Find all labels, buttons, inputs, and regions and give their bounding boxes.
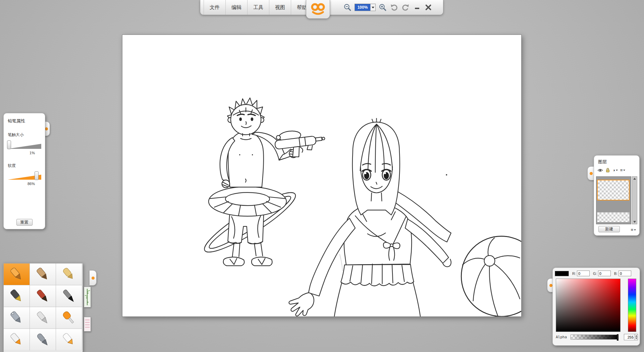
bamboo-texture-icon [84, 287, 91, 307]
minimize-button[interactable] [412, 3, 422, 12]
tool-quill-pen[interactable] [30, 329, 56, 351]
r-input[interactable] [577, 271, 590, 276]
color-panel: R: G: B: Alpha [552, 268, 640, 346]
zoom-in-button[interactable] [378, 3, 387, 12]
softness-slider[interactable] [8, 172, 41, 181]
undo-icon [390, 3, 398, 11]
zoom-level-value[interactable]: 100% [355, 4, 370, 11]
alpha-spinner[interactable] [634, 334, 638, 340]
softness-value: 86% [8, 182, 41, 186]
tool-paint-brush[interactable] [30, 285, 56, 307]
menu-file[interactable]: 文件 [204, 0, 225, 15]
current-color-swatch [555, 271, 569, 276]
marker-icon [8, 332, 26, 348]
tool-paint-roller[interactable] [56, 307, 82, 329]
undo-button[interactable] [389, 3, 399, 12]
b-input[interactable] [619, 271, 631, 276]
layer-list-menu-icon[interactable]: ≡ [620, 168, 626, 173]
layer-visibility-eye-icon[interactable] [597, 168, 603, 173]
g-label: G: [593, 272, 597, 276]
paper-texture-icon [84, 317, 91, 331]
brush-size-value: 1% [8, 151, 41, 155]
alpha-input[interactable] [624, 334, 634, 340]
layer-item-selected[interactable] [597, 180, 630, 200]
palette-knife-icon [34, 310, 52, 326]
paint-roller-icon [60, 310, 78, 326]
app-logo-tab[interactable] [306, 0, 330, 19]
ink-brush-icon [60, 288, 78, 304]
fountain-pen-icon [8, 288, 26, 304]
eraser-icon [60, 332, 78, 348]
brush-size-label: 笔触大小 [8, 132, 41, 138]
saturation-value-picker[interactable] [556, 279, 621, 332]
app-logo-icon [310, 2, 326, 16]
layer-lock-icon[interactable] [605, 168, 610, 173]
canvas-artwork [122, 35, 521, 316]
brush-size-slider[interactable] [8, 141, 41, 150]
tool-grid [4, 263, 83, 351]
panel-handle-icon [92, 277, 95, 280]
workspace: { "app": { "accent_color": "#f7941d", "z… [0, 0, 644, 352]
r-label: R: [572, 272, 576, 276]
zoom-level-combo[interactable]: 100% [355, 4, 376, 11]
alpha-handle[interactable] [617, 334, 619, 341]
menu-tools[interactable]: 工具 [247, 0, 269, 15]
layer-list [596, 176, 631, 224]
crayon-icon [60, 266, 78, 282]
panel-handle-icon [590, 172, 593, 175]
hue-strip[interactable] [628, 279, 636, 332]
zoom-in-icon [379, 3, 387, 11]
tool-crayon[interactable] [56, 263, 82, 285]
tool-pencil[interactable] [4, 263, 30, 285]
tool-airbrush[interactable] [4, 307, 30, 329]
layers-panel-title: 图层 [594, 159, 639, 165]
new-layer-button[interactable]: 新建 [598, 226, 620, 232]
pencil-properties-panel: 铅笔属性 笔触大小 1% 软度 86% 重置 [3, 113, 45, 229]
zoom-out-button[interactable] [343, 3, 352, 12]
brush-size-handle[interactable] [7, 140, 11, 149]
brush-size-track [8, 144, 41, 149]
tool-palette-knife[interactable] [30, 307, 56, 329]
airbrush-icon [8, 310, 26, 326]
pencil-icon [8, 266, 26, 282]
palette-collapse-tab[interactable] [89, 270, 97, 286]
quill-pen-icon [34, 332, 52, 348]
pencil-panel-title: 铅笔属性 [8, 118, 41, 124]
menu-edit[interactable]: 编辑 [225, 0, 247, 15]
panel-handle-icon [549, 284, 552, 287]
tool-ink-brush[interactable] [56, 285, 82, 307]
tool-eraser[interactable] [56, 329, 82, 351]
drawing-canvas[interactable] [122, 35, 522, 317]
softness-label: 软度 [8, 163, 41, 169]
redo-button[interactable] [401, 3, 410, 12]
layer-blend-mode-icon[interactable]: ◑ [612, 168, 618, 173]
menu-view[interactable]: 视图 [269, 0, 291, 15]
scroll-up-icon[interactable] [633, 178, 636, 180]
zoom-out-icon [343, 3, 352, 11]
reset-button[interactable]: 重置 [16, 219, 33, 226]
charcoal-pencil-icon [34, 266, 52, 282]
alpha-label: Alpha [556, 335, 567, 339]
tool-palette [3, 263, 83, 352]
layer-item[interactable] [597, 212, 630, 222]
layer-list-scrollbar[interactable] [632, 176, 637, 224]
zoom-dropdown-arrow[interactable] [370, 4, 375, 11]
tool-marker[interactable] [4, 329, 30, 351]
alpha-slider[interactable] [571, 335, 619, 340]
paint-brush-icon [34, 288, 52, 304]
tool-charcoal-pencil[interactable] [30, 263, 56, 285]
alpha-gradient [571, 335, 618, 339]
layer-options-menu-button[interactable]: ≡ [631, 227, 636, 232]
bamboo-texture-thumb[interactable] [84, 287, 91, 307]
softness-handle[interactable] [35, 171, 39, 180]
close-button[interactable] [424, 3, 433, 12]
tool-fountain-pen[interactable] [4, 285, 30, 307]
minimize-icon [415, 8, 419, 9]
layers-panel: 图层 ◑ ≡ 新建 ≡ [594, 155, 640, 236]
g-input[interactable] [598, 271, 611, 276]
paper-texture-thumb[interactable] [84, 317, 91, 332]
close-icon [425, 4, 432, 11]
b-label: B: [614, 272, 618, 276]
scroll-down-icon[interactable] [633, 221, 636, 223]
redo-icon [401, 3, 410, 11]
